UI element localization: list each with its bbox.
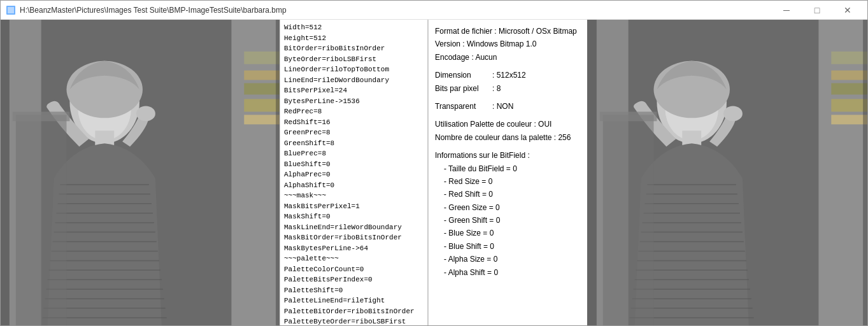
right-panel-transparent: Transparent: NON bbox=[435, 100, 581, 113]
title-bar-left: H:\BeanzMaster\Pictures\Images Test Suit… bbox=[6, 5, 287, 15]
left-panel-line: MaskBitOrder=riboBitsInOrder bbox=[284, 232, 423, 243]
svg-rect-34 bbox=[587, 20, 597, 325]
svg-rect-24 bbox=[831, 71, 867, 80]
left-panel-line: ~~~palette~~~ bbox=[284, 253, 423, 264]
close-button[interactable]: ✕ bbox=[833, 1, 862, 20]
content-area: Width=512Height=512BitOrder=riboBitsInOr… bbox=[1, 20, 867, 325]
left-text-panel: Width=512Height=512BitOrder=riboBitsInOr… bbox=[280, 20, 428, 325]
right-info-panel: Format de fichier : Microsoft / OSx Bitm… bbox=[428, 20, 587, 325]
title-bar-controls: ─ □ ✕ bbox=[772, 1, 862, 20]
right-panel-line: Format de fichier : Microsoft / OSx Bitm… bbox=[435, 25, 581, 38]
app-icon bbox=[6, 5, 16, 15]
right-panel-spacer bbox=[435, 144, 581, 149]
svg-rect-16 bbox=[1, 20, 10, 325]
svg-rect-9 bbox=[244, 115, 280, 124]
minimize-button[interactable]: ─ bbox=[772, 1, 801, 20]
svg-rect-8 bbox=[244, 99, 280, 111]
right-panel-line: Informations sur le BitField : bbox=[435, 149, 581, 162]
svg-rect-7 bbox=[244, 83, 280, 95]
right-panel-line: Utilisation Palette de couleur : OUI bbox=[435, 118, 581, 131]
left-text-content[interactable]: Width=512Height=512BitOrder=riboBitsInOr… bbox=[280, 20, 427, 325]
right-image-panel bbox=[587, 20, 867, 325]
left-panel-line: GreenShift=8 bbox=[284, 138, 423, 149]
left-panel-line: LineOrder=riloTopToBottom bbox=[284, 64, 423, 75]
right-panel-line: Nombre de couleur dans la palette : 256 bbox=[435, 131, 581, 144]
left-panel-line: MaskBytesPerLine->64 bbox=[284, 243, 423, 254]
svg-rect-23 bbox=[831, 52, 867, 64]
right-panel-line: - Alpha Shift = 0 bbox=[435, 266, 581, 279]
left-panel-line: GreenPrec=8 bbox=[284, 127, 423, 138]
left-image-panel bbox=[1, 20, 280, 325]
svg-rect-17 bbox=[276, 20, 280, 325]
svg-rect-4 bbox=[231, 20, 280, 325]
svg-point-32 bbox=[723, 106, 743, 121]
svg-rect-26 bbox=[831, 99, 867, 111]
right-panel-line: - Blue Size = 0 bbox=[435, 227, 581, 239]
right-panel-spacer bbox=[435, 64, 581, 69]
right-panel-line: - Alpha Size = 0 bbox=[435, 253, 581, 266]
right-panel-line: - Green Shift = 0 bbox=[435, 214, 581, 227]
svg-rect-1 bbox=[8, 7, 14, 13]
left-panel-line: RedPrec=8 bbox=[284, 106, 423, 117]
left-panel-line: AlphaPrec=0 bbox=[284, 169, 423, 180]
left-panel-line: MaskLineEnd=rileWordBoundary bbox=[284, 222, 423, 233]
left-panel-line: ~~~mask~~~ bbox=[284, 190, 423, 201]
maximize-button[interactable]: □ bbox=[802, 1, 832, 20]
left-panel-line: PaletteColorCount=0 bbox=[284, 264, 423, 275]
right-panel-spacer bbox=[435, 113, 581, 118]
svg-rect-5 bbox=[244, 52, 280, 64]
left-panel-line: PaletteShift=0 bbox=[284, 285, 423, 296]
main-window: H:\BeanzMaster\Pictures\Images Test Suit… bbox=[0, 0, 868, 326]
right-panel-line: Version : Windows Bitmap 1.0 bbox=[435, 38, 581, 50]
svg-rect-18 bbox=[16, 115, 67, 325]
left-panel-line: Width=512 bbox=[284, 22, 423, 33]
svg-rect-37 bbox=[600, 111, 657, 121]
left-panel-line: LineEnd=rileDWordBoundary bbox=[284, 75, 423, 86]
left-panel-line: BitsPerPixel=24 bbox=[284, 85, 423, 96]
right-panel-dimension: Dimension: 512x512 bbox=[435, 69, 581, 82]
barbara-image-right bbox=[587, 20, 867, 325]
left-panel-line: MaskShift=0 bbox=[284, 211, 423, 222]
svg-rect-35 bbox=[863, 20, 867, 325]
right-panel-line: - Red Shift = 0 bbox=[435, 188, 581, 201]
svg-rect-19 bbox=[13, 111, 70, 121]
right-info-content[interactable]: Format de fichier : Microsoft / OSx Bitm… bbox=[429, 20, 587, 325]
svg-rect-6 bbox=[244, 71, 280, 80]
right-panel-spacer bbox=[435, 95, 581, 100]
left-panel-line: PaletteBitsPerIndex=0 bbox=[284, 274, 423, 285]
right-panel-line: - Red Size = 0 bbox=[435, 175, 581, 188]
right-panel-line: - Taille du BitField = 0 bbox=[435, 162, 581, 175]
left-panel-line: PaletteBitOrder=riboBitsInOrder bbox=[284, 306, 423, 317]
right-panel-line: - Green Size = 0 bbox=[435, 201, 581, 214]
left-panel-line: Height=512 bbox=[284, 33, 423, 44]
left-panel-line: ByteOrder=riboLSBFirst bbox=[284, 54, 423, 65]
barbara-image-left bbox=[1, 20, 280, 325]
left-panel-line: PaletteByteOrder=riboLSBFirst bbox=[284, 316, 423, 325]
right-panel-line: - Blue Shift = 0 bbox=[435, 240, 581, 253]
left-panel-line: MaskBitsPerPixel=1 bbox=[284, 201, 423, 212]
left-panel-line: PaletteLineEnd=rileTight bbox=[284, 295, 423, 306]
left-panel-line: BytesPerLine->1536 bbox=[284, 96, 423, 107]
title-bar: H:\BeanzMaster\Pictures\Images Test Suit… bbox=[1, 1, 867, 20]
right-panel-bits: Bits par pixel: 8 bbox=[435, 82, 581, 95]
svg-rect-36 bbox=[603, 115, 654, 325]
left-panel-line: BlueShift=0 bbox=[284, 159, 423, 170]
left-panel-line: BluePrec=8 bbox=[284, 148, 423, 159]
window-title: H:\BeanzMaster\Pictures\Images Test Suit… bbox=[20, 6, 287, 15]
svg-rect-25 bbox=[831, 83, 867, 95]
left-panel-line: AlphaShift=0 bbox=[284, 180, 423, 191]
svg-rect-22 bbox=[818, 20, 867, 325]
left-panel-line: BitOrder=riboBitsInOrder bbox=[284, 43, 423, 54]
svg-point-14 bbox=[136, 106, 155, 121]
left-panel-line: RedShift=16 bbox=[284, 117, 423, 128]
right-panel-line: Encodage : Aucun bbox=[435, 51, 581, 64]
svg-rect-27 bbox=[831, 115, 867, 124]
